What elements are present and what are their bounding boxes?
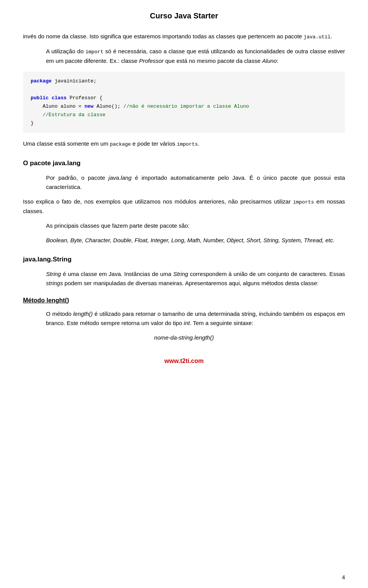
java-lang-italic: java.lang bbox=[108, 174, 131, 181]
import-paragraph: A utilização do import só é necessária, … bbox=[46, 47, 345, 66]
string-italic-1: String bbox=[46, 271, 61, 277]
package-note-3: . bbox=[198, 140, 199, 147]
java-lang-para4: Boolean, Byte, Character, Double, Float,… bbox=[46, 236, 345, 245]
lenght-syntax-para: nome-da-string.length() bbox=[23, 333, 345, 342]
section-java-lang-label: O pacote java.lang bbox=[23, 159, 80, 167]
intro-text-2: . bbox=[330, 33, 332, 39]
footer-link-container: www.t2ti.com bbox=[23, 358, 345, 365]
page-header: Curso Java Starter bbox=[23, 11, 345, 20]
import-text-3: que está no mesmo pacote da classe bbox=[164, 57, 262, 64]
class-kw: class bbox=[52, 95, 67, 101]
lenght-text-1: O método bbox=[46, 310, 73, 317]
professor-italic: Professor bbox=[139, 57, 164, 64]
section-java-lang-string-label: java.lang.String bbox=[23, 256, 72, 263]
string-text-4: podem ser manipuladas de diversas maneir… bbox=[63, 280, 319, 286]
page-number: 4 bbox=[342, 574, 345, 580]
string-italic-2: String bbox=[173, 271, 188, 277]
page-container: Curso Java Starter invés do nome da clas… bbox=[0, 0, 368, 588]
java-lang-classes-intro: As principais classes que fazem parte de… bbox=[46, 222, 189, 229]
section-metodo-lenght-heading: Método lenght() bbox=[23, 297, 345, 304]
section-java-lang-string-heading: java.lang.String bbox=[23, 256, 345, 263]
section-metodo-lenght-label: Método lenght() bbox=[23, 297, 69, 304]
java-lang-classes-list: Boolean, Byte, Character, Double, Float,… bbox=[46, 237, 335, 243]
java-lang-text-1: Por padrão, o pacote bbox=[46, 174, 108, 181]
imports-code-inline: imports bbox=[293, 199, 314, 205]
string-text-3: correspondem à união de um conjunto de c… bbox=[188, 271, 345, 277]
imports-keyword: imports bbox=[177, 141, 198, 147]
aluno-italic: Aluno bbox=[262, 57, 277, 64]
new-kw: new bbox=[84, 103, 93, 109]
public-kw: public bbox=[31, 95, 49, 101]
lenght-syntax: nome-da-string.length() bbox=[154, 334, 214, 341]
section-java-lang-heading: O pacote java.lang bbox=[23, 159, 345, 167]
lenght-italic-2: int bbox=[184, 320, 190, 326]
java-lang-para1: Por padrão, o pacote java.lang é importa… bbox=[46, 173, 345, 192]
page-title: Curso Java Starter bbox=[150, 11, 218, 20]
code-block: package javainiciante; public class Prof… bbox=[23, 72, 345, 133]
import-text-4: : bbox=[277, 57, 278, 64]
package-note-2: e pode ter vários bbox=[131, 140, 177, 147]
package-note-1: Uma classe está somente em um bbox=[23, 140, 110, 147]
package-note: Uma classe está somente em um package e … bbox=[23, 139, 345, 149]
import-text-1: A utilização do bbox=[46, 48, 85, 54]
footer-link[interactable]: www.t2ti.com bbox=[164, 358, 204, 364]
lenght-para1: O método length() é utilizado para retor… bbox=[46, 309, 345, 328]
java-lang-para2: Isso explica o fato de, nos exemplos que… bbox=[23, 197, 345, 216]
package-kw: package bbox=[31, 78, 52, 84]
string-para1: String é uma classe em Java. Instâncias … bbox=[46, 269, 345, 288]
java-util-code: java.util bbox=[304, 34, 330, 40]
intro-paragraph: invés do nome da classe. Isto significa … bbox=[23, 32, 345, 41]
lenght-italic-1: length() bbox=[73, 310, 93, 317]
intro-text-1: invés do nome da classe. Isto significa … bbox=[23, 33, 304, 39]
java-lang-text-3: Isso explica o fato de, nos exemplos que… bbox=[23, 198, 293, 205]
package-keyword: package bbox=[110, 141, 131, 147]
import-keyword: import bbox=[85, 49, 104, 55]
lenght-text-3: . Tem a seguinte sintaxe: bbox=[190, 320, 253, 326]
string-italic-3: strings bbox=[46, 280, 63, 286]
string-text-2: é uma classe em Java. Instâncias de uma bbox=[61, 271, 173, 277]
java-lang-para3: As principais classes que fazem parte de… bbox=[46, 221, 345, 230]
